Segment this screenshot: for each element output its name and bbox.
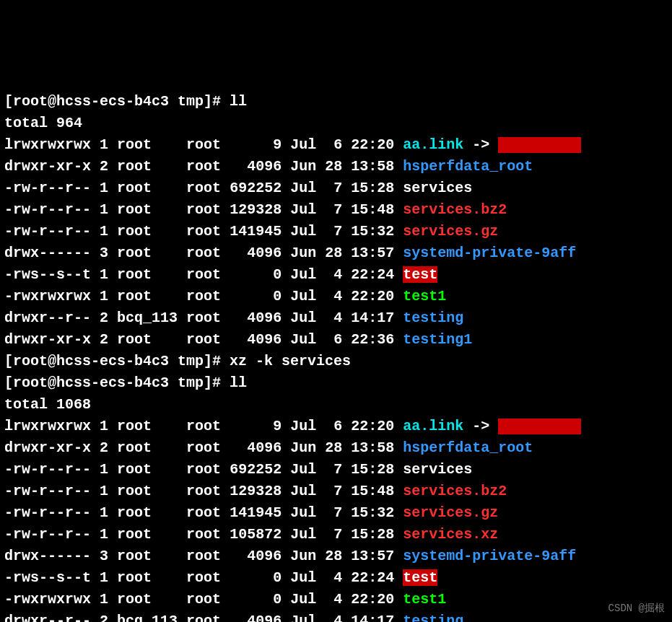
- filename: services: [403, 461, 472, 478]
- date: Jul 4 22:20: [290, 288, 394, 305]
- link-count: 1: [100, 591, 108, 608]
- group: root: [186, 418, 221, 434]
- permissions: -rw-r--r--: [4, 461, 91, 478]
- owner: root: [117, 461, 178, 478]
- redacted-box: [498, 419, 581, 434]
- filename: test: [403, 569, 437, 586]
- date: Jul 4 14:17: [290, 310, 394, 326]
- filename: testing: [403, 613, 463, 622]
- permissions: drwx------: [4, 245, 91, 261]
- owner: root: [117, 158, 178, 175]
- group: root: [186, 288, 221, 305]
- date: Jul 7 15:32: [290, 223, 394, 240]
- date: Jun 28 13:57: [290, 548, 394, 564]
- prompt-line[interactable]: [root@hcss-ecs-b4c3 tmp]# xz -k services: [4, 351, 668, 372]
- date: Jul 6 22:36: [290, 331, 394, 348]
- date: Jul 4 22:24: [290, 569, 394, 586]
- link-count: 1: [100, 569, 108, 586]
- size: 4096: [230, 548, 282, 564]
- owner: root: [117, 331, 178, 348]
- prompt: [root@hcss-ecs-b4c3 tmp]#: [4, 353, 230, 369]
- permissions: drwxr--r--: [4, 310, 91, 326]
- permissions: -rw-r--r--: [4, 180, 91, 196]
- group: root: [186, 331, 221, 348]
- filename: testing1: [403, 331, 472, 348]
- filename: test1: [403, 288, 446, 305]
- size: 105872: [230, 526, 282, 543]
- date: Jul 6 22:20: [290, 418, 394, 434]
- owner: root: [117, 439, 178, 456]
- size: 141945: [230, 223, 282, 240]
- date: Jul 6 22:20: [290, 136, 394, 153]
- filename: systemd-private-9aff: [403, 548, 576, 564]
- date: Jul 7 15:48: [290, 483, 394, 499]
- date: Jun 28 13:58: [290, 439, 394, 456]
- owner: root: [117, 201, 178, 218]
- filename: hsperfdata_root: [403, 439, 533, 456]
- permissions: drwxr-xr-x: [4, 158, 91, 175]
- symlink-arrow: ->: [463, 418, 498, 434]
- owner: root: [117, 245, 178, 261]
- permissions: drwxr-xr-x: [4, 331, 91, 348]
- link-count: 1: [100, 483, 108, 499]
- group: root: [186, 569, 221, 586]
- file-row: drwxr-xr-x 2 root root 4096 Jul 6 22:36 …: [4, 329, 668, 351]
- prompt-line[interactable]: [root@hcss-ecs-b4c3 tmp]# ll: [4, 91, 668, 113]
- owner: root: [117, 180, 178, 196]
- date: Jul 7 15:28: [290, 461, 394, 478]
- group: root: [186, 266, 221, 283]
- filename: services: [403, 180, 472, 196]
- filename: aa.link: [403, 418, 463, 434]
- filename: services.bz2: [403, 483, 507, 499]
- file-row: -rw-r--r-- 1 root root 692252 Jul 7 15:2…: [4, 178, 668, 199]
- file-row: -rw-r--r-- 1 root root 141945 Jul 7 15:3…: [4, 502, 668, 524]
- owner: root: [117, 548, 178, 564]
- date: Jul 7 15:28: [290, 526, 394, 543]
- terminal-output[interactable]: [root@hcss-ecs-b4c3 tmp]# lltotal 964lrw…: [4, 91, 668, 622]
- size: 4096: [230, 613, 282, 622]
- owner: root: [117, 136, 178, 153]
- prompt: [root@hcss-ecs-b4c3 tmp]#: [4, 374, 230, 391]
- group: root: [186, 591, 221, 608]
- permissions: drwxr--r--: [4, 613, 91, 622]
- permissions: -rws--s--t: [4, 569, 91, 586]
- permissions: -rw-r--r--: [4, 526, 91, 543]
- owner: root: [117, 526, 178, 543]
- permissions: -rw-r--r--: [4, 201, 91, 218]
- link-count: 1: [100, 288, 108, 305]
- permissions: -rw-r--r--: [4, 223, 91, 240]
- date: Jul 4 22:24: [290, 266, 394, 283]
- link-count: 1: [100, 223, 108, 240]
- prompt-line[interactable]: [root@hcss-ecs-b4c3 tmp]# ll: [4, 372, 668, 394]
- size: 141945: [230, 504, 282, 521]
- group: root: [186, 613, 221, 622]
- size: 0: [230, 288, 282, 305]
- date: Jul 7 15:32: [290, 504, 394, 521]
- file-row: -rwxrwxrwx 1 root root 0 Jul 4 22:20 tes…: [4, 589, 668, 610]
- file-row: drwxr--r-- 2 bcq_113 root 4096 Jul 4 14:…: [4, 307, 668, 329]
- owner: root: [117, 483, 178, 499]
- file-row: -rw-r--r-- 1 root root 692252 Jul 7 15:2…: [4, 459, 668, 481]
- file-row: -rws--s--t 1 root root 0 Jul 4 22:24 tes…: [4, 264, 668, 286]
- permissions: -rwxrwxrwx: [4, 591, 91, 608]
- date: Jul 7 15:48: [290, 201, 394, 218]
- file-row: drwxr-xr-x 2 root root 4096 Jun 28 13:58…: [4, 437, 668, 459]
- owner: bcq_113: [117, 613, 178, 622]
- filename: services.gz: [403, 223, 498, 240]
- size: 129328: [230, 483, 282, 499]
- group: root: [186, 310, 221, 326]
- size: 0: [230, 266, 282, 283]
- owner: root: [117, 266, 178, 283]
- symlink-arrow: ->: [463, 136, 498, 153]
- permissions: -rw-r--r--: [4, 504, 91, 521]
- command: xz -k services: [230, 353, 351, 369]
- filename: test1: [403, 591, 446, 608]
- owner: root: [117, 504, 178, 521]
- file-row: drwx------ 3 root root 4096 Jun 28 13:57…: [4, 242, 668, 264]
- size: 129328: [230, 201, 282, 218]
- command: ll: [230, 374, 247, 391]
- total-line: total 964: [4, 113, 668, 134]
- group: root: [186, 439, 221, 456]
- size: 4096: [230, 310, 282, 326]
- size: 0: [230, 591, 282, 608]
